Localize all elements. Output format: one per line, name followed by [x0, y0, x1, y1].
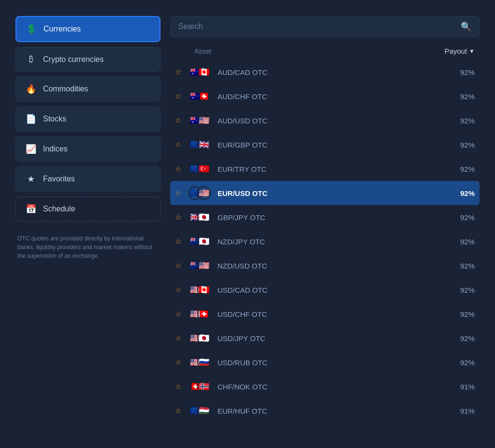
asset-name: EUR/USD OTC — [218, 189, 441, 197]
main-panel: 🔍 Asset Payout ▼ ☆ 🇦🇺 🇨🇦 AUD/CAD OTC — [170, 16, 480, 432]
asset-name: NZD/JPY OTC — [218, 238, 441, 246]
favorite-star-icon[interactable]: ☆ — [175, 164, 184, 173]
sidebar-item-indices[interactable]: 📈 Indices — [15, 136, 160, 162]
flag-right-icon: 🇯🇵 — [197, 331, 211, 345]
asset-payout: 92% — [446, 165, 475, 173]
asset-row[interactable]: ☆ 🇦🇺 🇨🇦 AUD/CAD OTC 92% — [170, 60, 480, 84]
asset-payout: 92% — [446, 68, 475, 76]
flag-right-icon: 🇹🇷 — [197, 162, 211, 176]
favorite-star-icon[interactable]: ☆ — [175, 92, 184, 101]
sidebar: 💲 Currencies ₿ Crypto currencies 🔥 Commo… — [15, 16, 160, 432]
favorite-star-icon[interactable]: ☆ — [175, 213, 184, 222]
column-payout[interactable]: Payout ▼ — [436, 47, 475, 55]
asset-payout: 92% — [446, 141, 475, 149]
asset-payout: 92% — [446, 92, 475, 101]
asset-row[interactable]: ☆ 🇺🇸 🇨🇦 USD/CAD OTC 92% — [170, 278, 480, 302]
flag-pair: 🇳🇿 🇺🇸 — [189, 258, 213, 273]
favorite-star-icon[interactable]: ☆ — [175, 68, 184, 76]
flag-pair: 🇺🇸 🇨🇭 — [189, 306, 213, 322]
flag-pair: 🇪🇺 🇭🇺 — [189, 403, 213, 418]
flag-right-icon: 🇺🇸 — [197, 114, 211, 127]
asset-payout: 92% — [446, 238, 475, 246]
favorite-star-icon[interactable]: ☆ — [175, 334, 184, 343]
flame-icon: 🔥 — [26, 84, 36, 94]
asset-payout: 92% — [446, 358, 475, 367]
flag-right-icon: 🇨🇭 — [197, 307, 211, 321]
favorite-star-icon[interactable]: ☆ — [175, 116, 184, 125]
sidebar-item-stocks[interactable]: 📄 Stocks — [15, 106, 160, 132]
flag-right-icon: 🇨🇦 — [197, 65, 211, 79]
asset-name: AUD/CHF OTC — [218, 92, 441, 101]
sidebar-item-currencies[interactable]: 💲 Currencies — [15, 16, 160, 42]
sidebar-label-schedule: Schedule — [43, 205, 75, 213]
asset-name: GBP/JPY OTC — [218, 213, 441, 222]
asset-name: AUD/USD OTC — [218, 117, 441, 125]
column-asset: Asset — [194, 47, 436, 55]
asset-row[interactable]: ☆ 🇺🇸 🇷🇺 USD/RUB OTC 92% — [170, 350, 480, 374]
asset-row[interactable]: ☆ 🇪🇺 🇬🇧 EUR/GBP OTC 92% — [170, 133, 480, 157]
flag-right-icon: 🇯🇵 — [197, 210, 211, 224]
flag-pair: 🇳🇿 🇯🇵 — [189, 234, 213, 249]
asset-row[interactable]: ☆ 🇨🇭 🇳🇴 CHF/NOK OTC 91% — [170, 374, 480, 399]
favorite-star-icon[interactable]: ☆ — [175, 261, 184, 270]
favorite-star-icon[interactable]: ☆ — [175, 140, 184, 149]
asset-row[interactable]: ☆ 🇳🇿 🇯🇵 NZD/JPY OTC 92% — [170, 229, 480, 254]
flag-pair: 🇺🇸 🇨🇦 — [189, 282, 213, 298]
asset-list: ☆ 🇦🇺 🇨🇦 AUD/CAD OTC 92% ☆ 🇦🇺 🇨🇭 — [170, 60, 480, 432]
sidebar-item-schedule[interactable]: 📅 Schedule — [15, 196, 160, 222]
search-button[interactable]: 🔍 — [461, 21, 471, 32]
asset-payout: 92% — [446, 310, 475, 318]
bitcoin-icon: ₿ — [26, 54, 36, 64]
asset-row[interactable]: ☆ 🇪🇺 🇹🇷 EUR/TRY OTC 92% — [170, 157, 480, 181]
search-input[interactable] — [178, 22, 456, 31]
asset-payout: 91% — [446, 383, 475, 391]
asset-row[interactable]: ☆ 🇺🇸 🇨🇭 USD/CHF OTC 92% — [170, 302, 480, 326]
asset-name: CHF/NOK OTC — [218, 383, 441, 391]
flag-pair: 🇺🇸 🇷🇺 — [189, 355, 213, 370]
sidebar-item-commodities[interactable]: 🔥 Commodities — [15, 76, 160, 102]
asset-row[interactable]: ☆ 🇦🇺 🇺🇸 AUD/USD OTC 92% — [170, 108, 480, 133]
asset-name: USD/CAD OTC — [218, 286, 441, 294]
favorite-star-icon[interactable]: ☆ — [175, 285, 184, 294]
asset-row[interactable]: ☆ 🇳🇿 🇺🇸 NZD/USD OTC 92% — [170, 254, 480, 278]
flag-right-icon: 🇨🇦 — [197, 283, 211, 297]
sidebar-label-indices: Indices — [43, 145, 68, 153]
asset-row[interactable]: ☆ 🇺🇸 🇯🇵 USD/JPY OTC 92% — [170, 326, 480, 350]
favorite-star-icon[interactable]: ☆ — [175, 310, 184, 318]
flag-pair: 🇨🇭 🇳🇴 — [189, 379, 213, 394]
flag-pair: 🇪🇺 🇺🇸 — [189, 185, 213, 201]
document-icon: 📄 — [26, 114, 36, 124]
asset-name: EUR/HUF OTC — [218, 407, 441, 415]
asset-payout: 92% — [446, 262, 475, 270]
search-bar: 🔍 — [170, 16, 480, 37]
favorite-star-icon[interactable]: ☆ — [175, 237, 184, 246]
chart-icon: 📈 — [26, 144, 36, 154]
asset-row[interactable]: ☆ 🇪🇺 🇺🇸 EUR/USD OTC 92% — [170, 181, 480, 205]
flag-right-icon: 🇷🇺 — [197, 356, 211, 369]
favorite-star-icon[interactable]: ☆ — [175, 358, 184, 367]
dollar-icon: 💲 — [26, 24, 37, 34]
flag-right-icon: 🇯🇵 — [197, 235, 211, 248]
asset-name: EUR/TRY OTC — [218, 165, 441, 173]
favorite-star-icon[interactable]: ☆ — [175, 406, 184, 415]
asset-row[interactable]: ☆ 🇦🇺 🇨🇭 AUD/CHF OTC 92% — [170, 84, 480, 108]
asset-row[interactable]: ☆ 🇬🇧 🇯🇵 GBP/JPY OTC 92% — [170, 205, 480, 229]
flag-right-icon: 🇬🇧 — [197, 138, 211, 151]
flag-pair: 🇬🇧 🇯🇵 — [189, 209, 213, 225]
asset-name: NZD/USD OTC — [218, 262, 441, 270]
otc-notice: OTC quotes are provided directly by inte… — [15, 234, 160, 260]
flag-right-icon: 🇺🇸 — [197, 186, 211, 200]
sidebar-item-favorites[interactable]: ★ Favorites — [15, 166, 160, 192]
flag-right-icon: 🇭🇺 — [197, 404, 211, 418]
sidebar-label-currencies: Currencies — [44, 25, 81, 33]
sidebar-item-crypto[interactable]: ₿ Crypto currencies — [15, 47, 160, 72]
payout-sort-icon: ▼ — [469, 48, 475, 55]
main-container: 💲 Currencies ₿ Crypto currencies 🔥 Commo… — [6, 6, 489, 442]
flag-pair: 🇪🇺 🇹🇷 — [189, 161, 213, 177]
favorite-star-icon[interactable]: ☆ — [175, 189, 184, 197]
sidebar-label-stocks: Stocks — [43, 115, 66, 123]
asset-payout: 92% — [446, 117, 475, 125]
favorite-star-icon[interactable]: ☆ — [175, 382, 184, 391]
flag-right-icon: 🇺🇸 — [197, 259, 211, 272]
asset-row[interactable]: ☆ 🇪🇺 🇭🇺 EUR/HUF OTC 91% — [170, 399, 480, 423]
